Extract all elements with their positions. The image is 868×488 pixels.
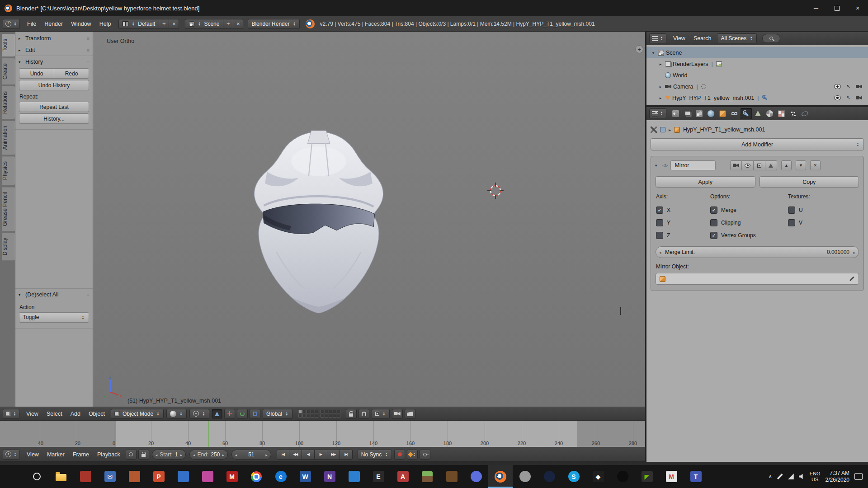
taskbar-start-icon[interactable] — [0, 465, 24, 488]
taskbar-edge-icon[interactable]: e — [269, 465, 293, 488]
panel-header-deselect-all[interactable]: (De)select All — [15, 289, 93, 300]
redo-button[interactable]: Redo — [54, 68, 89, 79]
camera-icon[interactable] — [856, 96, 862, 100]
properties-tab-world[interactable] — [705, 108, 717, 119]
taskbar-sphere-app-icon[interactable] — [513, 465, 537, 488]
screen-layout-selector[interactable]: Default — [118, 19, 159, 29]
panel-grip-icon[interactable] — [87, 36, 90, 41]
next-keyframe-button[interactable]: ▶▶ — [327, 450, 340, 460]
selectability-icon[interactable]: ↖ — [846, 84, 850, 89]
toolshelf-tab-display[interactable]: Display — [2, 233, 15, 260]
menu-view[interactable]: View — [23, 451, 43, 458]
clock[interactable]: 7:37 AM 2/26/2020 — [826, 470, 849, 483]
checkbox-merge[interactable]: ✓Merge — [710, 204, 788, 216]
checkbox-x[interactable]: ✓X — [656, 204, 710, 216]
outliner-row-hypy-hyp-t1-yellow-msh-001[interactable]: ▸HypY_HYP_T1_yellow_msh.001|↖ — [646, 92, 868, 103]
jump-to-end-button[interactable]: ▶| — [340, 450, 353, 460]
opengl-render-anim-button[interactable] — [405, 409, 415, 419]
decrement-arrow-icon[interactable] — [659, 249, 661, 255]
expander-icon[interactable]: ▸ — [658, 96, 663, 100]
menu-object[interactable]: Object — [85, 411, 109, 417]
properties-tab-particles[interactable] — [788, 108, 799, 119]
translate-manipulator-button[interactable] — [224, 409, 235, 419]
action-dropdown[interactable]: Toggle — [19, 312, 89, 323]
pen-tray-icon[interactable] — [777, 474, 783, 479]
panel-grip-icon[interactable] — [87, 47, 90, 53]
camera-icon[interactable] — [856, 84, 862, 89]
layer-cell[interactable] — [298, 410, 302, 413]
layer-cell[interactable] — [325, 414, 328, 418]
add-scene-button[interactable]: + — [223, 19, 233, 29]
layer-cell[interactable] — [337, 414, 340, 418]
decrement-arrow-icon[interactable] — [235, 451, 237, 458]
prev-keyframe-button[interactable]: ◀◀ — [289, 450, 302, 460]
expander-icon[interactable]: ▸ — [658, 84, 663, 89]
add-layout-button[interactable]: + — [159, 19, 169, 29]
play-reverse-button[interactable]: ◀ — [302, 450, 315, 460]
layer-cell[interactable] — [315, 414, 318, 418]
panel-header-transform[interactable]: Transform — [15, 33, 93, 44]
decrement-arrow-icon[interactable] — [156, 451, 158, 458]
add-modifier-dropdown[interactable]: Add Modifier — [651, 138, 864, 150]
outliner-row-scene[interactable]: ▾Scene — [646, 47, 868, 58]
taskbar-maps-icon[interactable] — [171, 465, 195, 488]
properties-tab-constraints[interactable] — [729, 108, 740, 119]
merge-limit-slider[interactable]: Merge Limit: 0.001000 — [656, 246, 859, 258]
layer-cell[interactable] — [311, 414, 314, 418]
menu-file[interactable]: File — [23, 21, 40, 27]
snap-element-dropdown[interactable] — [372, 409, 390, 419]
layers-grid[interactable] — [298, 410, 340, 418]
delete-scene-button[interactable]: × — [233, 19, 243, 29]
collapse-arrow-icon[interactable] — [655, 163, 660, 168]
layer-cell[interactable] — [307, 410, 310, 413]
taskbar-skype-icon[interactable]: S — [561, 465, 586, 488]
taskbar-steam-icon[interactable] — [537, 465, 561, 488]
start-frame-field[interactable]: Start: 1 — [152, 450, 186, 460]
repeat-last-button[interactable]: Repeat Last — [19, 102, 89, 112]
toolshelf-tab-grease-pencil[interactable]: Grease Pencil — [2, 187, 15, 231]
editor-type-button-info[interactable] — [3, 19, 20, 29]
scene-selector[interactable]: Scene — [185, 19, 223, 29]
minimize-button[interactable]: ─ — [806, 0, 826, 16]
properties-tab-render[interactable] — [670, 108, 681, 119]
menu-view[interactable]: View — [22, 411, 42, 417]
shading-dropdown[interactable] — [166, 409, 187, 419]
timeline-strip[interactable]: -40-200204060801001201401601802002202402… — [0, 421, 645, 447]
menu-help[interactable]: Help — [95, 21, 115, 27]
taskbar-word-icon[interactable]: W — [293, 465, 317, 488]
checkbox-clipping[interactable]: Clipping — [710, 216, 788, 229]
play-button[interactable]: ▶ — [315, 450, 327, 460]
menu-render[interactable]: Render — [40, 21, 67, 27]
end-frame-field[interactable]: End: 250 — [189, 450, 228, 460]
menu-playback[interactable]: Playback — [93, 451, 124, 458]
scale-manipulator-button[interactable] — [250, 409, 260, 419]
layer-cell[interactable] — [329, 410, 332, 413]
mode-dropdown[interactable]: Object Mode — [111, 409, 164, 419]
properties-tab-scene[interactable] — [693, 108, 705, 119]
snap-toggle-button[interactable] — [359, 409, 369, 419]
properties-tab-data[interactable] — [752, 108, 764, 119]
increment-arrow-icon[interactable] — [853, 249, 855, 255]
taskbar-discord-icon[interactable] — [464, 465, 488, 488]
layer-cell[interactable] — [321, 414, 324, 418]
properties-tab-material[interactable] — [764, 108, 775, 119]
layer-cell[interactable] — [315, 410, 318, 413]
render-visibility-toggle[interactable] — [730, 160, 742, 170]
viewport-3d[interactable]: User Ortho — [93, 32, 645, 407]
helmet-model[interactable] — [238, 127, 400, 316]
record-button[interactable] — [394, 450, 405, 460]
taskbar-file-explorer-icon[interactable] — [49, 465, 73, 488]
editor-type-button-properties[interactable] — [649, 108, 666, 118]
lock-to-scene-button[interactable] — [346, 409, 357, 419]
properties-tab-modifiers[interactable] — [741, 108, 752, 119]
layer-cell[interactable] — [302, 410, 306, 413]
breadcrumb-object-name[interactable]: HypY_HYP_T1_yellow_msh.001 — [683, 127, 765, 133]
current-frame-line[interactable] — [208, 421, 209, 447]
toolshelf-tab-tools[interactable]: Tools — [2, 34, 15, 56]
tray-expand-icon[interactable]: ∧ — [769, 474, 772, 479]
taskbar-store-icon[interactable] — [73, 465, 98, 488]
checkbox-v[interactable]: V — [788, 216, 859, 229]
menu-select[interactable]: Select — [42, 411, 66, 417]
panel-header-history[interactable]: History — [15, 56, 93, 67]
properties-tab-render-layers[interactable] — [682, 108, 693, 119]
